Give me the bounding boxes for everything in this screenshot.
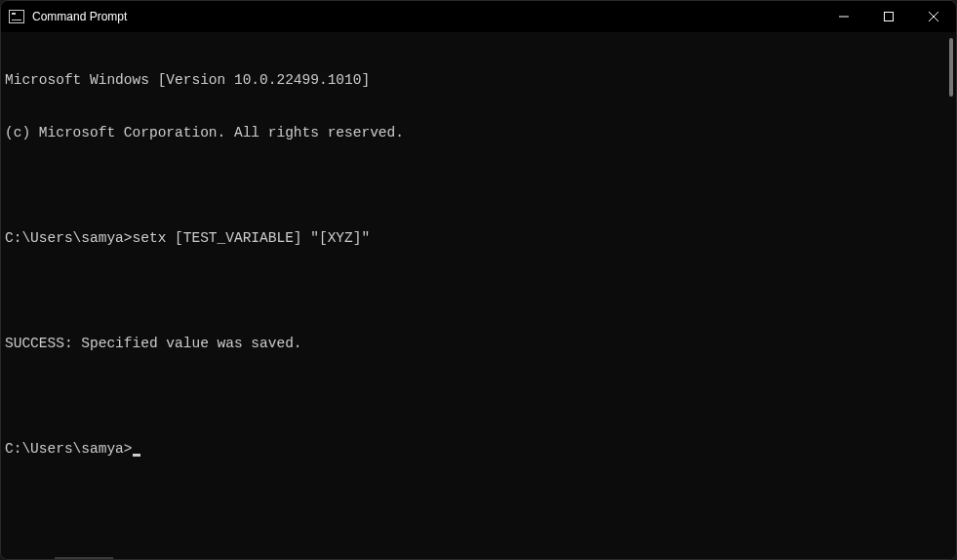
minimize-icon [839, 12, 849, 21]
terminal-prompt-line: C:\Users\samya> [5, 440, 942, 458]
titlebar-left: Command Prompt [9, 10, 127, 23]
bottom-highlight [55, 557, 113, 559]
terminal-line: (c) Microsoft Corporation. All rights re… [5, 124, 942, 141]
terminal-line: C:\Users\samya>setx [TEST_VARIABLE] "[XY… [5, 229, 942, 247]
bottom-edge [1, 553, 956, 559]
maximize-button[interactable] [866, 1, 911, 32]
terminal-line [5, 177, 942, 194]
close-button[interactable] [911, 1, 956, 32]
minimize-button[interactable] [821, 1, 866, 32]
cmd-icon [9, 10, 24, 23]
terminal-line [5, 387, 942, 405]
terminal-line [5, 282, 942, 300]
terminal-prompt: C:\Users\samya> [5, 441, 133, 457]
window-title: Command Prompt [32, 10, 127, 23]
terminal-line: SUCCESS: Specified value was saved. [5, 335, 942, 352]
svg-rect-1 [885, 13, 894, 21]
cursor [133, 454, 140, 457]
window-controls [821, 1, 956, 32]
maximize-icon [884, 12, 894, 21]
terminal-body[interactable]: Microsoft Windows [Version 10.0.22499.10… [1, 32, 956, 553]
close-icon [929, 12, 938, 21]
titlebar[interactable]: Command Prompt [1, 1, 956, 32]
terminal-content[interactable]: Microsoft Windows [Version 10.0.22499.10… [5, 36, 942, 549]
terminal-line: Microsoft Windows [Version 10.0.22499.10… [5, 71, 942, 89]
command-prompt-window: Command Prompt Microsoft Win [0, 0, 957, 560]
scrollbar[interactable] [942, 36, 956, 549]
scrollbar-thumb[interactable] [949, 38, 953, 97]
